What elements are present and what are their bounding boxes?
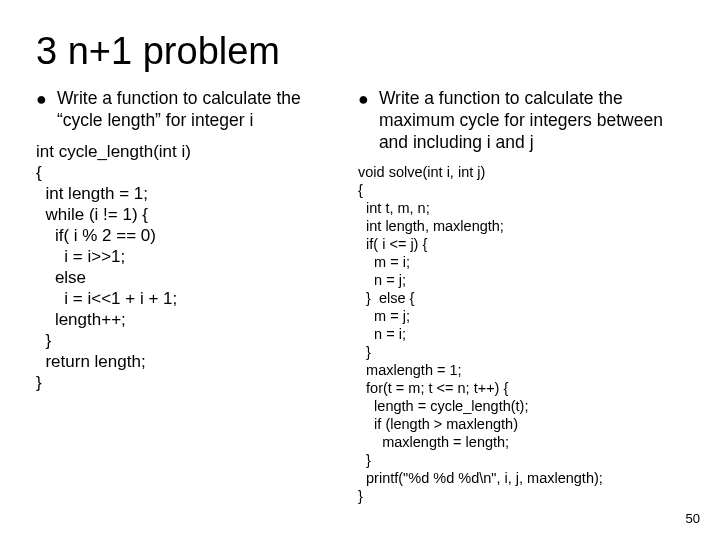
right-bullet-text: Write a function to calculate the maximu…: [379, 87, 678, 153]
bullet-icon: ●: [36, 88, 47, 110]
left-bullet: ● Write a function to calculate the “cyc…: [36, 87, 346, 131]
slide: 3 n+1 problem ● Write a function to calc…: [0, 0, 720, 540]
right-bullet: ● Write a function to calculate the maxi…: [358, 87, 678, 153]
right-column: ● Write a function to calculate the maxi…: [358, 87, 678, 505]
left-bullet-text: Write a function to calculate the “cycle…: [57, 87, 346, 131]
page-number: 50: [686, 511, 700, 526]
left-code-block: int cycle_length(int i) { int length = 1…: [36, 141, 346, 393]
right-code-block: void solve(int i, int j) { int t, m, n; …: [358, 163, 678, 505]
bullet-icon: ●: [358, 88, 369, 110]
slide-title: 3 n+1 problem: [36, 30, 684, 73]
columns: ● Write a function to calculate the “cyc…: [36, 87, 684, 505]
left-column: ● Write a function to calculate the “cyc…: [36, 87, 346, 505]
